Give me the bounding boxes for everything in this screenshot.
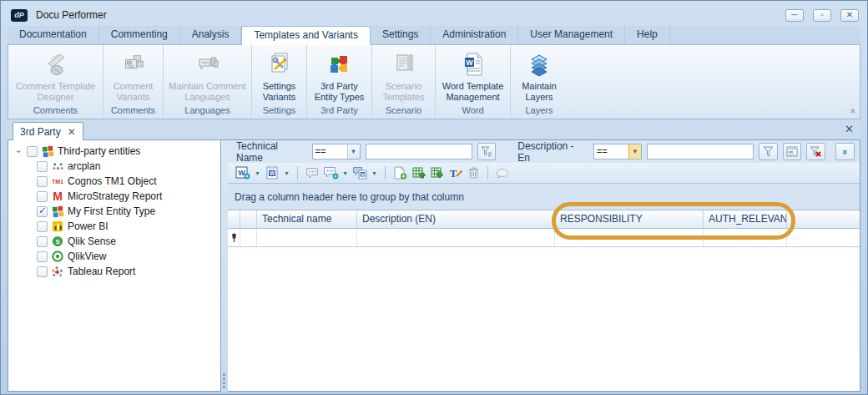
panel-close-icon[interactable]: ✕ bbox=[845, 123, 854, 135]
tab-settings[interactable]: Settings bbox=[371, 26, 431, 44]
chevron-down-icon[interactable]: ▾ bbox=[282, 170, 291, 177]
checkbox[interactable] bbox=[37, 161, 48, 172]
filter-cell[interactable] bbox=[240, 229, 257, 246]
filter-cell-description-en[interactable] bbox=[357, 229, 555, 246]
tab-commenting[interactable]: Commenting bbox=[99, 26, 180, 44]
ribbon-collapse-chevron-icon[interactable]: » bbox=[847, 109, 857, 114]
tab-help[interactable]: Help bbox=[625, 26, 670, 44]
comment-button-disabled[interactable] bbox=[304, 165, 320, 181]
puzzle-icon bbox=[51, 205, 64, 218]
description-en-operator-combo[interactable]: == ▾ bbox=[593, 144, 642, 160]
checkbox[interactable] bbox=[37, 266, 48, 277]
ribbon-button-label: Maintain Comment Languages bbox=[164, 79, 251, 103]
chevron-down-icon[interactable]: ▾ bbox=[347, 144, 360, 159]
3rd-party-entity-types-button[interactable]: 3rd Party Entity Types bbox=[307, 48, 371, 104]
word-template-management-button[interactable]: W Word Template Management bbox=[436, 48, 510, 104]
panel-splitter[interactable] bbox=[221, 140, 228, 392]
checkbox[interactable] bbox=[37, 221, 48, 232]
add-comment-button[interactable] bbox=[322, 165, 339, 181]
maximize-button[interactable]: ▫ bbox=[813, 9, 831, 22]
funnel-icon bbox=[763, 146, 774, 157]
settings-variants-button[interactable]: Settings Variants bbox=[252, 48, 306, 104]
chevron-down-icon[interactable]: ▾ bbox=[253, 170, 262, 177]
excel-import-button[interactable] bbox=[410, 165, 426, 181]
grid-toolbar: W ▾ W ▾ ▾ W ▾ bbox=[228, 163, 860, 184]
checkbox[interactable] bbox=[37, 251, 48, 262]
minimize-button[interactable]: ─ bbox=[785, 9, 804, 22]
comment-word-export-button[interactable]: W bbox=[351, 165, 368, 181]
excel-export-button[interactable] bbox=[428, 165, 445, 181]
row-indicator-header bbox=[228, 210, 240, 228]
tab-user-management[interactable]: User Management bbox=[518, 26, 625, 44]
generate-word-document-button[interactable]: W bbox=[235, 165, 251, 181]
column-header-auth-relevant[interactable]: AUTH_RELEVANT bbox=[704, 210, 787, 228]
ribbon-group-label: 3rd Party bbox=[307, 104, 371, 119]
tree-item-tableau[interactable]: Tableau Report bbox=[8, 264, 220, 279]
tree-item-my-first-entity-type[interactable]: My First Entity Type bbox=[8, 204, 220, 219]
chevron-down-icon[interactable]: ▾ bbox=[370, 170, 379, 177]
comment-bubble-button-disabled[interactable] bbox=[494, 165, 511, 181]
tree-item-label: Third-party entities bbox=[58, 145, 140, 157]
clear-filter-icon bbox=[810, 146, 822, 157]
checkbox[interactable] bbox=[37, 206, 48, 217]
expander-icon[interactable]: › bbox=[14, 146, 23, 156]
delete-button-disabled[interactable] bbox=[465, 165, 482, 181]
chevron-down-icon[interactable]: ▾ bbox=[628, 144, 641, 159]
chevron-down-icon[interactable]: ▾ bbox=[341, 170, 350, 177]
maintain-layers-button[interactable]: Maintain Layers bbox=[511, 48, 568, 104]
entity-tree-panel: › Third-party entities arcplan TM1 Cogno… bbox=[8, 140, 221, 392]
maintain-comment-languages-button[interactable]: Maintain Comment Languages bbox=[164, 48, 251, 104]
add-entity-button[interactable] bbox=[391, 165, 408, 181]
filter-editor-button[interactable] bbox=[783, 143, 802, 160]
technical-name-filter-input[interactable] bbox=[366, 144, 472, 160]
column-header-description-en[interactable]: Description (EN) bbox=[357, 210, 555, 228]
open-word-document-button[interactable]: W bbox=[264, 165, 280, 181]
rename-button[interactable]: T bbox=[447, 165, 463, 181]
tab-analysis[interactable]: Analysis bbox=[180, 26, 242, 44]
checkbox[interactable] bbox=[37, 176, 48, 187]
microstrategy-icon: M bbox=[51, 190, 64, 203]
tree-item-cognos-tm1[interactable]: TM1 Cognos TM1 Object bbox=[8, 174, 220, 189]
ribbon-button-label: Comment Variants bbox=[103, 79, 163, 103]
filter-options-button[interactable]: » bbox=[835, 143, 855, 160]
comment-variants-button[interactable]: Comment Variants bbox=[103, 48, 163, 104]
filter-bar: Technical Name == ▾ Description - En == … bbox=[228, 140, 860, 163]
technical-name-filter-button[interactable] bbox=[477, 143, 497, 160]
tab-documentation[interactable]: Documentation bbox=[8, 26, 99, 44]
word-template-management-icon: W bbox=[460, 49, 487, 79]
filter-cell-responsibility[interactable] bbox=[555, 229, 704, 246]
app-logo-icon: dP bbox=[11, 9, 28, 22]
filter-cell-auth-relevant[interactable] bbox=[704, 229, 787, 246]
tree-item-microstrategy[interactable]: M MicroStrategy Report bbox=[8, 189, 220, 204]
tab-templates-and-variants[interactable]: Templates and Variants bbox=[241, 26, 371, 45]
checkbox[interactable] bbox=[27, 146, 38, 157]
technical-name-operator-combo[interactable]: == ▾ bbox=[312, 144, 361, 160]
comment-template-designer-button[interactable]: Comment Template Designer bbox=[8, 48, 103, 104]
scenario-templates-button[interactable]: Scenario Templates bbox=[372, 48, 435, 104]
toolbar-separator bbox=[487, 166, 488, 180]
tree-item-qlikview[interactable]: QlikView bbox=[8, 249, 220, 264]
tree-item-arcplan[interactable]: arcplan bbox=[8, 159, 220, 174]
ribbon-group-label: Scenario bbox=[372, 104, 435, 119]
power-bi-icon bbox=[51, 220, 64, 233]
column-header-technical-name[interactable]: Technical name bbox=[257, 210, 357, 228]
filter-cell-technical-name[interactable] bbox=[257, 229, 357, 246]
group-by-panel[interactable]: Drag a column header here to group by th… bbox=[228, 184, 860, 210]
splitter-grip-icon bbox=[223, 373, 225, 388]
checkbox[interactable] bbox=[37, 236, 48, 247]
qlikview-icon bbox=[51, 250, 64, 263]
description-en-filter-input[interactable] bbox=[647, 144, 754, 160]
checkbox[interactable] bbox=[37, 191, 48, 202]
tree-item-label: Qlik Sense bbox=[68, 235, 116, 247]
clear-filter-button[interactable] bbox=[806, 143, 825, 160]
apply-filter-button[interactable] bbox=[759, 143, 778, 160]
column-header-responsibility[interactable]: RESPONSIBILITY bbox=[555, 210, 704, 228]
tree-item-qlik-sense[interactable]: S Qlik Sense bbox=[8, 234, 220, 249]
document-tab-3rd-party[interactable]: 3rd Party ✕ bbox=[13, 122, 83, 140]
comment-template-designer-icon bbox=[43, 49, 69, 79]
tree-root-third-party-entities[interactable]: › Third-party entities bbox=[8, 144, 220, 159]
tree-item-power-bi[interactable]: Power BI bbox=[8, 219, 220, 234]
close-button[interactable]: ✕ bbox=[840, 9, 859, 22]
tab-administration[interactable]: Administration bbox=[431, 26, 518, 44]
tab-close-icon[interactable]: ✕ bbox=[68, 126, 76, 138]
